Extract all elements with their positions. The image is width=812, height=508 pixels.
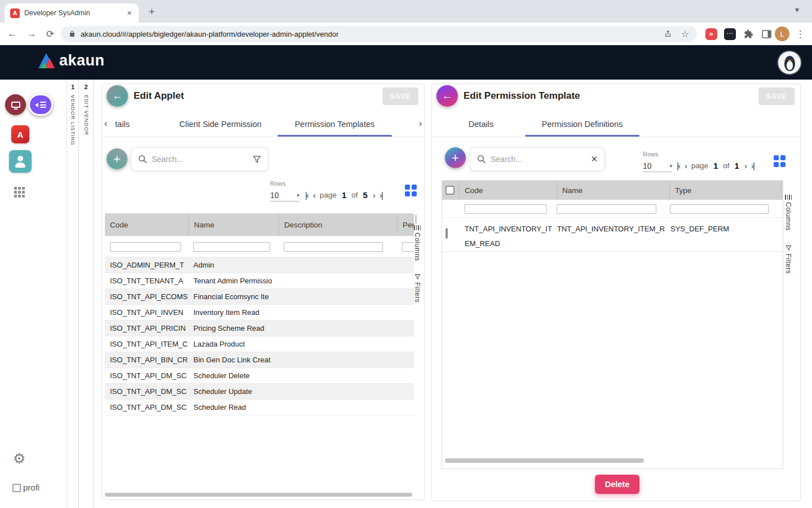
filters-side-tab[interactable]: Filters	[413, 274, 421, 303]
type-filter-input[interactable]	[670, 204, 769, 214]
first-page-button[interactable]: |‹	[305, 190, 308, 200]
description-filter-input[interactable]	[284, 242, 383, 252]
rail-collapse-button[interactable]	[28, 94, 53, 116]
code-filter-input[interactable]	[465, 204, 547, 214]
tab-permission-templates[interactable]: Permission Templates	[277, 111, 392, 137]
first-page-button[interactable]: |‹	[677, 161, 679, 170]
clear-search-icon[interactable]: ✕	[590, 154, 598, 164]
save-button[interactable]: SAVE	[758, 87, 795, 105]
back-button[interactable]: ←	[436, 85, 458, 107]
vertical-scrollbar[interactable]	[415, 214, 417, 224]
table-row[interactable]: ISO_TNT_API_PRICINPricing Scheme Read	[105, 321, 414, 336]
tab-search-chevron-icon[interactable]: ▾	[795, 5, 799, 14]
table-row[interactable]: ISO_TNT_API_ITEM_CLazada Product	[105, 336, 414, 352]
table-row[interactable]: ISO_ADMIN_PERM_TAdmin	[105, 257, 414, 273]
prev-page-button[interactable]: ‹	[685, 161, 686, 170]
browser-tab[interactable]: A Developer SysAdmin ✕	[5, 3, 139, 23]
add-button[interactable]: +	[107, 148, 127, 169]
select-all-checkbox[interactable]	[445, 186, 454, 195]
tab-scroll-left-icon[interactable]: ‹	[104, 119, 107, 129]
filter-row	[105, 236, 414, 257]
rail-acrobat-button[interactable]: A	[11, 125, 29, 143]
table-row[interactable]: ISO_TNT_API_BIN_CRBin Gen Doc Link Creat	[105, 352, 414, 368]
table-row[interactable]: ISO_TNT_TENANT_ATenant Admin Permissio	[105, 273, 414, 289]
strip-vendor-listing[interactable]: 1 VENDOR LISTING	[67, 80, 79, 508]
last-page-button[interactable]: ›|	[751, 161, 754, 170]
header-description: Description	[279, 213, 397, 236]
table-row[interactable]: ISO_TNT_API_ECOMSFinancial Ecomsync Ite	[105, 289, 414, 305]
add-button[interactable]: +	[445, 147, 466, 168]
next-page-button[interactable]: ›	[744, 161, 746, 170]
strip-edit-vendor[interactable]: 2 EDIT VENDOR	[79, 80, 94, 508]
profile-checkbox[interactable]	[12, 484, 21, 492]
tab-permission-definitions[interactable]: Permission Definitions	[525, 111, 639, 137]
settings-gear-icon[interactable]: ⚙	[13, 450, 25, 467]
browser-tab-strip: A Developer SysAdmin ✕ + ▾	[0, 0, 812, 23]
tab-title: Developer SysAdmin	[24, 9, 121, 17]
columns-label: Columns	[413, 233, 421, 261]
tab-close-icon[interactable]: ✕	[126, 8, 133, 18]
filter-funnel-icon[interactable]	[253, 155, 261, 164]
rows-per-page-select[interactable]: 10 ▾	[270, 189, 299, 202]
bookmark-star-icon[interactable]: ☆	[681, 29, 689, 40]
back-button[interactable]: ←	[107, 85, 128, 107]
code-filter-input[interactable]	[110, 242, 181, 252]
rail-desktop-button[interactable]	[5, 94, 26, 115]
columns-side-tab[interactable]: Columns	[784, 195, 792, 231]
forward-nav-icon[interactable]: →	[24, 27, 39, 41]
cell-name: TNT_API_INVENTORY_ITEM_R	[557, 222, 669, 237]
view-grid-button[interactable]	[400, 179, 421, 201]
browser-profile-avatar[interactable]: L	[775, 27, 789, 41]
lock-icon	[69, 30, 76, 37]
columns-side-tab[interactable]: Columns	[413, 225, 421, 261]
name-filter-input[interactable]	[557, 204, 656, 214]
side-panel-icon[interactable]	[759, 27, 774, 41]
search-box: ✕	[470, 147, 605, 171]
new-tab-button[interactable]: +	[144, 5, 159, 19]
search-input[interactable]	[152, 155, 248, 164]
name-filter-input[interactable]	[193, 242, 270, 252]
address-bar[interactable]: akaun.cloud/#/applets/bigledger/akaun-pl…	[61, 26, 697, 42]
search-input[interactable]	[491, 155, 586, 164]
rail-user-admin-button[interactable]	[9, 150, 32, 173]
browser-menu-icon[interactable]: ⋮	[793, 27, 807, 41]
table-row[interactable]: TNT_API_INVENTORY_ITEM_READ TNT_API_INVE…	[442, 218, 783, 252]
of-label: of	[723, 161, 729, 170]
table-row[interactable]: ISO_TNT_API_DM_SCScheduler Update	[105, 384, 414, 400]
prev-page-button[interactable]: ‹	[313, 190, 315, 200]
extension-dark-icon[interactable]: ⋯	[722, 27, 737, 41]
horizontal-scrollbar[interactable]	[105, 493, 412, 497]
header-name: Name	[188, 213, 279, 236]
delete-button[interactable]: Delete	[595, 475, 639, 494]
refresh-icon[interactable]: ⟳	[43, 27, 58, 41]
view-grid-button[interactable]	[769, 150, 790, 172]
tab-scroll-right-icon[interactable]: ›	[419, 119, 422, 129]
rail-apps-grid-button[interactable]	[14, 187, 26, 199]
table-row[interactable]: ISO_TNT_API_DM_SCScheduler Delete	[105, 368, 414, 384]
pagination: |‹ ‹ page 1 of 5 › ›|	[305, 190, 382, 200]
tab-details[interactable]: tails	[110, 111, 135, 137]
filters-side-tab[interactable]: Filters	[784, 245, 792, 274]
extension-red-icon[interactable]: »	[704, 27, 718, 41]
tab-client-side-permission[interactable]: Client Side Permission	[165, 111, 276, 137]
share-icon[interactable]	[664, 29, 672, 38]
save-button[interactable]: SAVE	[382, 87, 418, 105]
next-page-button[interactable]: ›	[373, 190, 374, 200]
last-page-button[interactable]: ›|	[379, 190, 382, 200]
table-row[interactable]: ISO_TNT_API_INVENInventory Item Read	[105, 305, 414, 321]
rows-per-page-select[interactable]: 10 ▾	[643, 160, 672, 172]
horizontal-scrollbar[interactable]	[445, 458, 644, 463]
permission-filter-input[interactable]	[402, 242, 414, 252]
funnel-icon	[414, 274, 421, 280]
profile-label: profi	[23, 483, 39, 492]
tab-details[interactable]: Details	[458, 111, 504, 137]
row-checkbox[interactable]	[445, 228, 448, 239]
extensions-puzzle-icon[interactable]	[741, 27, 756, 41]
header-permission: Per	[397, 213, 414, 236]
vertical-scrollbar[interactable]	[780, 183, 782, 193]
back-nav-icon[interactable]: ←	[5, 27, 20, 41]
table-row[interactable]: ISO_TNT_API_DM_SCScheduler Read	[105, 400, 414, 415]
rows-value: 10	[643, 161, 652, 170]
rows-label: Rows	[643, 151, 659, 157]
user-avatar[interactable]	[778, 51, 801, 74]
